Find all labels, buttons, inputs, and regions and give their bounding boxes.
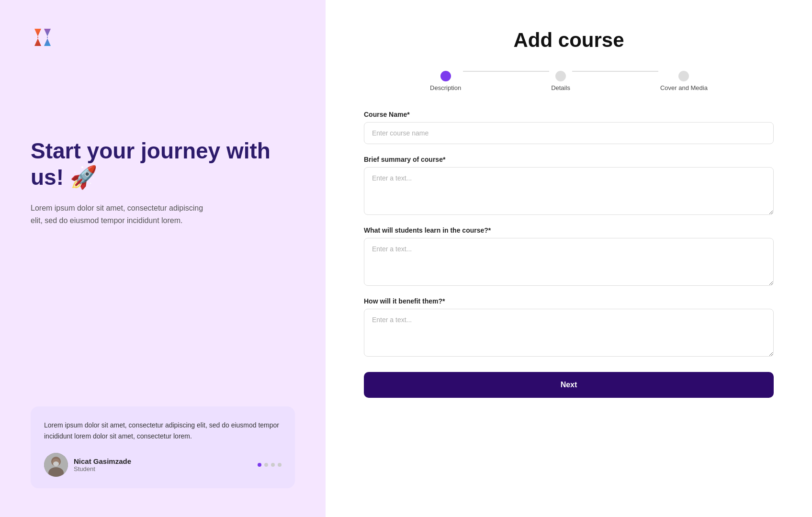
- benefit-group: How will it benefit them?*: [364, 297, 774, 357]
- right-panel: Add course Description Details Cover and…: [326, 0, 812, 517]
- brief-summary-label: Brief summary of course*: [364, 156, 774, 163]
- step-line-2: [572, 71, 658, 72]
- step-description: Description: [430, 71, 461, 91]
- step-cover: Cover and Media: [660, 71, 708, 91]
- dot-4[interactable]: [278, 463, 282, 467]
- add-course-form: Course Name* Brief summary of course* Wh…: [364, 111, 774, 488]
- hero-title: Start your journey with us! 🚀: [31, 138, 295, 191]
- benefit-label: How will it benefit them?*: [364, 297, 774, 305]
- learn-group: What will students learn in the course?*: [364, 226, 774, 286]
- step-2-label: Details: [551, 84, 570, 91]
- svg-marker-0: [34, 29, 41, 46]
- svg-marker-1: [44, 29, 51, 46]
- course-name-group: Course Name*: [364, 111, 774, 144]
- avatar: [44, 453, 68, 477]
- stepper: Description Details Cover and Media: [364, 71, 774, 91]
- brief-summary-input[interactable]: [364, 167, 774, 215]
- avatar-image: [44, 453, 68, 477]
- logo-icon: [31, 23, 59, 52]
- brief-summary-group: Brief summary of course*: [364, 156, 774, 215]
- carousel-dots: [258, 463, 282, 467]
- author-details: Nicat Gasimzade Student: [74, 457, 131, 472]
- learn-label: What will students learn in the course?*: [364, 226, 774, 234]
- step-2-ball: [555, 71, 566, 81]
- step-1-label: Description: [430, 84, 461, 91]
- hero-subtitle: Lorem ipsum dolor sit amet, consectetur …: [31, 202, 213, 226]
- step-1-ball: [440, 71, 451, 81]
- author-info: Nicat Gasimzade Student: [44, 453, 131, 477]
- author-role: Student: [74, 465, 131, 472]
- next-button[interactable]: Next: [364, 372, 774, 398]
- left-panel: Start your journey with us! 🚀 Lorem ipsu…: [0, 0, 326, 517]
- testimonial-card: Lorem ipsum dolor sit amet, consectetur …: [31, 406, 295, 488]
- author-name: Nicat Gasimzade: [74, 457, 131, 465]
- page-title: Add course: [364, 29, 774, 52]
- logo: [31, 23, 295, 52]
- step-details: Details: [551, 71, 570, 91]
- svg-point-6: [53, 461, 59, 466]
- step-3-label: Cover and Media: [660, 84, 708, 91]
- testimonial-author: Nicat Gasimzade Student: [44, 453, 282, 477]
- course-name-label: Course Name*: [364, 111, 774, 118]
- step-3-ball: [678, 71, 689, 81]
- course-name-input[interactable]: [364, 122, 774, 144]
- learn-input[interactable]: [364, 238, 774, 286]
- step-line-1: [463, 71, 549, 72]
- dot-3[interactable]: [271, 463, 275, 467]
- dot-2[interactable]: [264, 463, 268, 467]
- dot-1[interactable]: [258, 463, 261, 467]
- testimonial-text: Lorem ipsum dolor sit amet, consectetur …: [44, 420, 282, 441]
- benefit-input[interactable]: [364, 309, 774, 357]
